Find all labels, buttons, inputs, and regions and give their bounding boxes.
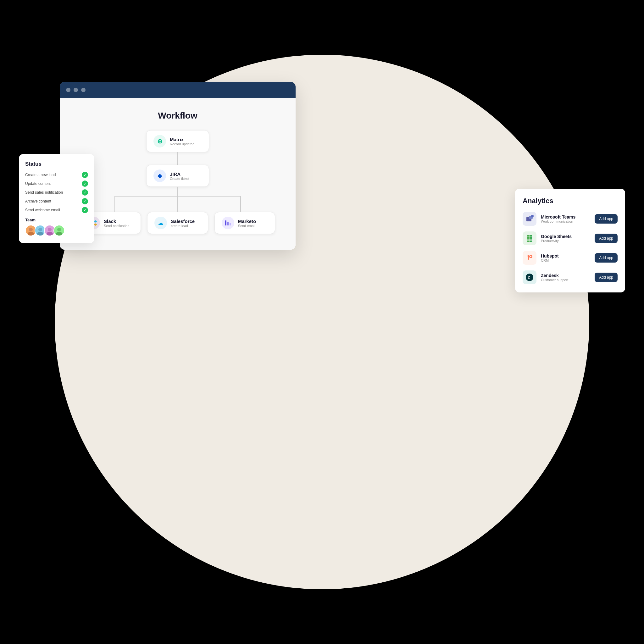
status-item-3: Send sales notification ✓ — [25, 189, 88, 196]
salesforce-app-icon: ☁ — [154, 217, 167, 229]
svg-point-41 — [528, 255, 530, 257]
analytics-item-hubspot: Hubspot CRM Add app — [523, 251, 618, 265]
workflow-title: Workflow — [69, 111, 286, 121]
svg-rect-13 — [225, 220, 226, 225]
svg-point-17 — [29, 228, 33, 231]
browser-dot-1 — [66, 88, 70, 92]
jira-icon: ◆ — [153, 169, 166, 182]
svg-point-23 — [48, 228, 52, 231]
sheets-logo — [523, 231, 536, 245]
analytics-item-zendesk: Z Zendesk Customer support Add app — [523, 270, 618, 284]
status-card-title: Status — [25, 161, 88, 167]
status-check-4: ✓ — [82, 198, 88, 204]
hubspot-sub: CRM — [541, 258, 590, 262]
avatar-4 — [53, 225, 65, 236]
zendesk-info: Zendesk Customer support — [541, 273, 590, 282]
marketo-node: Marketo Send email — [214, 212, 275, 234]
analytics-item-teams: T Microsoft Teams Work communication Add… — [523, 212, 618, 226]
hubspot-add-btn[interactable]: Add app — [595, 253, 618, 263]
teams-name: Microsoft Teams — [541, 214, 590, 219]
status-check-2: ✓ — [82, 180, 88, 187]
sheets-info: Google Sheets Productivity — [541, 234, 590, 243]
analytics-card: Analytics T Microsoft Teams Work communi… — [515, 189, 625, 292]
marketo-node-text: Marketo Send email — [238, 219, 256, 228]
svg-rect-33 — [527, 235, 530, 242]
svg-rect-15 — [230, 223, 231, 225]
hubspot-name: Hubspot — [541, 253, 590, 258]
svg-rect-8 — [94, 221, 97, 222]
slack-node-text: Slack Send notification — [104, 219, 129, 228]
teams-logo: T — [523, 212, 536, 226]
status-item-4: Archive content ✓ — [25, 198, 88, 204]
jira-node-text: JIRA Create ticket — [170, 171, 189, 180]
team-label: Team — [25, 218, 88, 222]
zendesk-logo: Z — [523, 270, 536, 284]
browser-dot-2 — [74, 88, 78, 92]
svg-point-20 — [38, 228, 42, 231]
status-check-3: ✓ — [82, 189, 88, 196]
marketo-app-icon — [222, 217, 234, 229]
zendesk-name: Zendesk — [541, 273, 590, 278]
zendesk-add-btn[interactable]: Add app — [595, 273, 618, 282]
bottom-nodes: Slack Send notification ☁ Salesforce cre… — [80, 212, 275, 234]
connector-svg — [83, 187, 272, 212]
sheets-sub: Productivity — [541, 239, 590, 243]
jira-node: ◆ JIRA Create ticket — [146, 165, 209, 187]
matrix-icon: ⊕ — [153, 135, 166, 147]
workflow-diagram: ⊕ Matrix Record updated ◆ JIRA — [69, 130, 286, 234]
team-avatars — [25, 225, 88, 236]
zendesk-sub: Customer support — [541, 278, 590, 282]
status-card: Status Create a new lead ✓ Update conten… — [19, 154, 94, 243]
status-check-5: ✓ — [82, 207, 88, 213]
svg-point-42 — [530, 256, 531, 257]
salesforce-node-text: Salesforce create lead — [171, 219, 195, 228]
svg-text:Z: Z — [528, 275, 530, 280]
svg-rect-12 — [94, 224, 97, 225]
status-label-1: Create a new lead — [25, 173, 56, 177]
browser-content: Workflow ⊕ Matrix Record updated — [60, 98, 296, 250]
browser-window: Workflow ⊕ Matrix Record updated — [60, 82, 296, 250]
scene: Workflow ⊕ Matrix Record updated — [0, 0, 644, 644]
salesforce-node: ☁ Salesforce create lead — [147, 212, 208, 234]
status-label-2: Update content — [25, 181, 51, 186]
matrix-node-text: Matrix Record updated — [170, 137, 194, 146]
analytics-item-sheets: Google Sheets Productivity Add app — [523, 231, 618, 245]
connector-matrix-jira — [177, 152, 178, 165]
status-label-3: Send sales notification — [25, 190, 63, 195]
h-connector-area — [83, 187, 272, 212]
svg-text:T: T — [531, 215, 532, 217]
hubspot-logo — [523, 251, 536, 265]
svg-rect-14 — [227, 222, 229, 225]
matrix-node: ⊕ Matrix Record updated — [146, 130, 209, 152]
sheets-add-btn[interactable]: Add app — [595, 234, 618, 243]
sheets-name: Google Sheets — [541, 234, 590, 239]
svg-point-26 — [57, 228, 61, 231]
status-check-1: ✓ — [82, 172, 88, 178]
status-item-1: Create a new lead ✓ — [25, 172, 88, 178]
status-item-5: Send welcome email ✓ — [25, 207, 88, 213]
teams-sub: Work communication — [541, 219, 590, 223]
hubspot-info: Hubspot CRM — [541, 253, 590, 262]
teams-add-btn[interactable]: Add app — [595, 214, 618, 224]
status-label-5: Send welcome email — [25, 208, 60, 212]
status-item-2: Update content ✓ — [25, 180, 88, 187]
analytics-title: Analytics — [523, 197, 618, 205]
browser-titlebar — [60, 82, 296, 98]
teams-info: Microsoft Teams Work communication — [541, 214, 590, 223]
status-label-4: Archive content — [25, 199, 51, 203]
browser-dot-3 — [81, 88, 86, 92]
